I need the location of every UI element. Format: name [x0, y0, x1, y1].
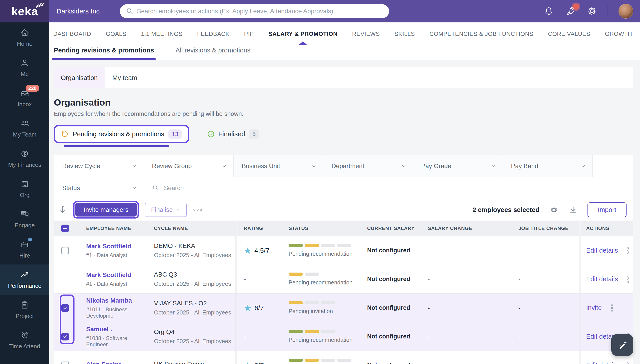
- row-checkbox[interactable]: [61, 362, 69, 364]
- filter-business-unit[interactable]: Business Unit: [234, 155, 323, 177]
- tab-growth[interactable]: GROWTH: [605, 22, 632, 45]
- col-job-title-change: JOB TITLE CHANGE: [512, 226, 579, 231]
- table-row: Nikolas Mamba#1011 - Business Developme …: [54, 294, 633, 322]
- table-row: Alan Foster UK Review-Finals ★6/7 Pendin…: [54, 351, 633, 364]
- sort-download-arrow-icon[interactable]: [59, 205, 68, 215]
- tab-pip[interactable]: PIP: [244, 22, 254, 45]
- row-checkbox[interactable]: [61, 247, 69, 254]
- filter-review-group[interactable]: Review Group: [144, 155, 234, 177]
- employee-name-link[interactable]: Mark Scottfield: [86, 243, 144, 250]
- sidebar: Home Me 220 Inbox My Team My Finances Or…: [0, 22, 49, 364]
- sidebar-item-me[interactable]: Me: [0, 53, 49, 83]
- subtab-pending-revisions[interactable]: Pending revisions & promotions: [54, 45, 154, 60]
- employee-name-link[interactable]: Mark Scottfield: [86, 272, 144, 278]
- filter-review-cycle[interactable]: Review Cycle: [54, 155, 144, 177]
- settings-gear-icon[interactable]: [586, 6, 597, 17]
- tab-feedback[interactable]: FEEDBACK: [197, 22, 229, 45]
- scope-organisation[interactable]: Organisation: [54, 67, 105, 88]
- finances-dollar-icon: [20, 149, 30, 159]
- row-kebab-menu-icon[interactable]: [611, 304, 613, 312]
- status-tab-pending[interactable]: Pending revisions & promotions 13: [54, 125, 189, 143]
- more-actions-icon[interactable]: [193, 209, 202, 211]
- sidebar-item-engage[interactable]: Engage: [0, 204, 49, 234]
- edit-details-link[interactable]: Edit details: [586, 247, 618, 254]
- status-tab-finalised[interactable]: Finalised 5: [207, 129, 259, 139]
- sidebar-item-my-team[interactable]: My Team: [0, 113, 49, 144]
- company-name[interactable]: Darksiders Inc: [57, 8, 100, 15]
- tab-core-values[interactable]: CORE VALUES: [548, 22, 590, 45]
- edit-details-link[interactable]: Edit details: [586, 362, 618, 364]
- tab-competencies-job-functions[interactable]: COMPETENCIES & JOB FUNCTIONS: [430, 22, 533, 45]
- sidebar-item-hire[interactable]: Hire: [0, 234, 49, 264]
- tab-dashboard[interactable]: DASHBOARD: [53, 22, 91, 45]
- active-status-tab-underline: [64, 145, 169, 147]
- subtab-all-revisions[interactable]: All revisions & promotions: [175, 45, 251, 60]
- scope-my-team[interactable]: My team: [105, 67, 145, 88]
- notifications-bell-icon[interactable]: [543, 6, 554, 17]
- edit-details-link[interactable]: Edit details: [586, 276, 618, 283]
- tab-goals[interactable]: GOALS: [106, 22, 126, 45]
- invite-link[interactable]: Invite: [586, 304, 602, 312]
- rating-star-icon: ★: [244, 304, 252, 312]
- chevron-down-icon: [401, 164, 406, 168]
- col-cycle-name: CYCLE NAME: [144, 226, 235, 231]
- me-person-icon: [20, 58, 30, 68]
- employee-name-link[interactable]: Nikolas Mamba: [86, 297, 144, 304]
- sidebar-item-time-attend[interactable]: Time Attend: [0, 325, 49, 355]
- table-header-row: EMPLOYEE NAME CYCLE NAME RATING STATUS C…: [54, 220, 633, 236]
- sidebar-item-performance[interactable]: Performance: [0, 264, 49, 295]
- filter-pay-band[interactable]: Pay Band: [503, 155, 593, 177]
- keka-logo-spark-icon: [35, 1, 44, 9]
- tab-skills[interactable]: SKILLS: [394, 22, 415, 45]
- filter-status[interactable]: Status: [54, 177, 144, 199]
- keka-logo[interactable]: keka: [0, 0, 49, 22]
- tab-salary-promotion[interactable]: SALARY & PROMOTION: [268, 22, 337, 45]
- download-icon[interactable]: [569, 205, 578, 214]
- row-kebab-menu-icon[interactable]: [627, 362, 629, 364]
- home-icon: [20, 28, 30, 38]
- col-employee-name: EMPLOYEE NAME: [76, 226, 144, 231]
- import-button[interactable]: Import: [587, 202, 626, 217]
- global-search-input[interactable]: [137, 8, 383, 15]
- filter-pay-grade[interactable]: Pay Grade: [413, 155, 503, 177]
- row-checkbox[interactable]: [61, 304, 69, 312]
- select-all-checkbox[interactable]: [61, 224, 69, 232]
- filters-panel: Review Cycle Review Group Business Unit …: [54, 155, 633, 199]
- sidebar-item-home[interactable]: Home: [0, 22, 49, 53]
- finalised-count-badge: 5: [249, 129, 259, 139]
- magic-wand-icon: [616, 339, 628, 351]
- announcements-rocket-icon[interactable]: [565, 6, 576, 17]
- col-current-salary: CURRENT SALARY: [361, 226, 421, 231]
- user-avatar[interactable]: [618, 4, 633, 18]
- sidebar-item-project[interactable]: Project: [0, 295, 49, 325]
- row-kebab-menu-icon[interactable]: [627, 247, 629, 254]
- check-circle-icon: [207, 130, 215, 138]
- row-kebab-menu-icon[interactable]: [627, 276, 629, 283]
- time-attend-clock-icon: [20, 330, 30, 340]
- history-icon: [61, 130, 69, 138]
- tab-reviews[interactable]: REVIEWS: [352, 22, 380, 45]
- column-divider: [235, 220, 238, 236]
- view-columns-eye-icon[interactable]: [549, 205, 559, 214]
- page-title: Organisation: [54, 97, 633, 108]
- sidebar-item-inbox[interactable]: 220 Inbox: [0, 83, 49, 113]
- table-search[interactable]: [144, 177, 632, 199]
- scope-toggle: Organisation My team: [54, 67, 633, 88]
- table-row: Mark Scottfield#1 - Data Analyst ABC Q3O…: [54, 265, 633, 294]
- sidebar-item-org[interactable]: Org: [0, 174, 49, 204]
- invite-managers-button[interactable]: Invite managers: [75, 203, 137, 216]
- hire-notification-dot: [28, 238, 32, 242]
- status-progress-bar: [289, 244, 361, 247]
- table-search-input[interactable]: [164, 184, 624, 192]
- filter-department[interactable]: Department: [323, 155, 413, 177]
- employee-name-link[interactable]: Samuel .: [86, 326, 144, 333]
- row-checkbox[interactable]: [61, 333, 69, 340]
- keka-logo-text: keka: [11, 5, 38, 18]
- project-clipboard-icon: [20, 300, 30, 310]
- sidebar-item-my-finances[interactable]: My Finances: [0, 144, 49, 174]
- finalise-button[interactable]: Finalise: [145, 202, 186, 217]
- tab-1-1-meetings[interactable]: 1:1 MEETINGS: [141, 22, 182, 45]
- employee-name-link[interactable]: Alan Foster: [86, 361, 144, 364]
- global-search[interactable]: [120, 4, 389, 18]
- ai-assistant-wand-button[interactable]: [611, 334, 633, 356]
